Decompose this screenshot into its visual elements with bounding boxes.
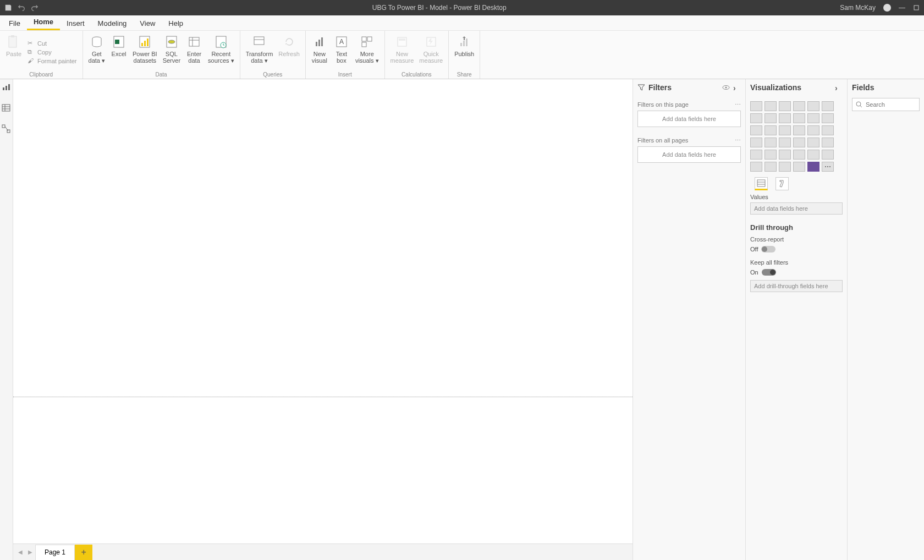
avatar-icon[interactable] [883,4,891,12]
undo-icon[interactable] [18,4,25,12]
viz-donut-icon[interactable] [807,125,820,135]
viz-funnel-icon[interactable] [765,125,777,135]
tab-help[interactable]: Help [162,17,190,30]
viz-treemap-icon[interactable] [822,125,834,135]
viz-gallery: ⋯ [750,99,843,174]
page-next-button[interactable]: ▶ [25,545,35,560]
get-data-button[interactable]: Get data ▾ [86,33,107,71]
viz-filled-map-icon[interactable] [765,138,777,147]
viz-line-column-icon[interactable] [793,113,805,123]
keep-all-filters-toggle[interactable] [762,269,776,276]
report-canvas[interactable]: ◀ ▶ Page 1 + [13,79,632,560]
viz-clustered-column-icon[interactable] [793,101,805,111]
data-view-icon[interactable] [2,103,12,113]
viz-table-icon[interactable] [779,150,791,160]
report-view-icon[interactable] [2,83,12,92]
viz-map-icon[interactable] [750,138,762,147]
sql-server-button[interactable]: SQL Server [161,33,183,71]
viz-waterfall-icon[interactable] [750,125,762,135]
add-page-button[interactable]: + [75,545,92,560]
pbi-datasets-button[interactable]: Power BI datasets [130,33,160,71]
search-input[interactable] [866,101,924,108]
viz-key-influencers-icon[interactable] [750,162,762,172]
new-measure-icon [394,34,410,50]
svg-rect-19 [316,42,317,46]
viz-power-apps-icon[interactable] [807,162,820,172]
tab-insert[interactable]: Insert [60,17,91,30]
viz-clustered-bar-icon[interactable] [779,101,791,111]
viz-stacked-area-icon[interactable] [779,113,791,123]
pbi-datasets-icon [137,34,152,50]
show-icon[interactable] [722,84,730,91]
collapse-icon[interactable]: › [835,84,843,91]
cut-icon: ✂ [28,40,35,47]
svg-point-44 [725,87,727,89]
svg-point-11 [168,40,175,43]
minimize-icon[interactable]: — [899,4,905,11]
maximize-icon[interactable] [913,4,920,11]
viz-area-icon[interactable] [765,113,777,123]
viz-stacked-column-icon[interactable] [765,101,777,111]
excel-button[interactable]: Excel [108,33,129,71]
enter-data-icon [186,34,202,50]
viz-scatter-icon[interactable] [779,125,791,135]
format-button[interactable] [776,177,789,190]
viz-kpi-icon[interactable] [750,150,762,160]
viz-multi-card-icon[interactable] [822,138,834,147]
drill-dropzone[interactable]: Add drill-through fields here [750,280,843,292]
publish-icon [457,34,472,50]
viz-100-column-icon[interactable] [822,101,834,111]
recent-sources-button[interactable]: Recent sources ▾ [206,33,237,71]
user-name[interactable]: Sam McKay [840,4,876,12]
search-icon [856,101,862,108]
viz-pie-icon[interactable] [793,125,805,135]
model-view-icon[interactable] [2,124,12,134]
tab-view[interactable]: View [133,17,162,30]
tab-file[interactable]: File [2,17,27,30]
tab-modeling[interactable]: Modeling [91,17,134,30]
paste-icon [6,34,21,50]
fields-well-button[interactable] [755,177,768,190]
viz-stacked-bar-icon[interactable] [750,101,762,111]
viz-card-icon[interactable] [807,138,820,147]
more-visuals-button[interactable]: More visuals ▾ [353,33,381,71]
viz-more-icon[interactable]: ⋯ [822,162,834,172]
svg-rect-30 [460,43,462,46]
viz-decomposition-icon[interactable] [765,162,777,172]
svg-point-48 [856,102,861,106]
redo-icon[interactable] [31,4,38,12]
new-visual-button[interactable]: New visual [309,33,330,71]
viz-line-icon[interactable] [750,113,762,123]
enter-data-button[interactable]: Enter data [184,33,205,71]
viz-line-clustered-icon[interactable] [807,113,820,123]
filters-page-dropzone[interactable]: Add data fields here [637,111,741,127]
viz-gauge-icon[interactable] [793,138,805,147]
filters-all-dropzone[interactable]: Add data fields here [637,146,741,163]
tab-home[interactable]: Home [27,15,60,30]
fields-search[interactable] [852,98,920,111]
viz-qa-icon[interactable] [779,162,791,172]
viz-matrix-icon[interactable] [793,150,805,160]
cross-report-toggle[interactable] [761,246,776,252]
viz-100-bar-icon[interactable] [807,101,820,111]
viz-r-icon[interactable] [807,150,820,160]
viz-arcgis-icon[interactable] [793,162,805,172]
text-box-icon: A [334,34,349,50]
more-icon[interactable]: ⋯ [735,137,741,144]
page-prev-button[interactable]: ◀ [15,545,25,560]
text-box-button[interactable]: AText box [331,33,352,71]
viz-shape-map-icon[interactable] [779,138,791,147]
more-icon[interactable]: ⋯ [735,101,741,108]
collapse-icon[interactable]: › [733,84,741,91]
page-tab-1[interactable]: Page 1 [35,545,75,560]
quick-measure-icon [424,34,439,50]
values-dropzone[interactable]: Add data fields here [750,202,843,215]
viz-python-icon[interactable] [822,150,834,160]
publish-button[interactable]: Publish [452,33,476,71]
save-icon[interactable] [4,4,12,12]
recent-sources-icon [213,34,229,50]
viz-ribbon-icon[interactable] [822,113,834,123]
viz-slicer-icon[interactable] [765,150,777,160]
transform-data-button[interactable]: Transform data ▾ [244,33,276,71]
ribbon-group-insert: New visual AText box More visuals ▾ Inse… [306,31,385,79]
